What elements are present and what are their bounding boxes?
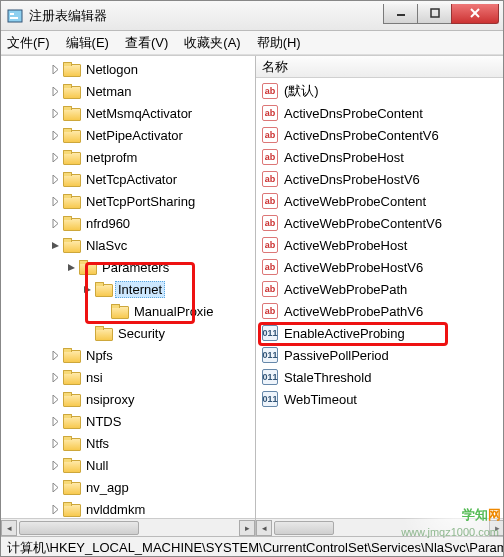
expand-toggle-icon[interactable] — [81, 283, 93, 295]
tree-node[interactable]: nfrd960 — [1, 212, 255, 234]
tree-node[interactable]: nv_agp — [1, 476, 255, 498]
value-row[interactable]: abActiveDnsProbeContentV6 — [256, 124, 504, 146]
tree-node[interactable]: Security — [1, 322, 255, 344]
tree-node-label: ManualProxie — [131, 303, 217, 320]
svg-marker-17 — [84, 286, 91, 293]
menubar: 文件(F) 编辑(E) 查看(V) 收藏夹(A) 帮助(H) — [1, 31, 504, 55]
values-pane: 名称 ab(默认)abActiveDnsProbeContentabActive… — [256, 56, 504, 536]
column-header-name[interactable]: 名称 — [256, 56, 504, 78]
tree-node[interactable]: Ntfs — [1, 432, 255, 454]
expand-toggle-icon[interactable] — [49, 173, 61, 185]
value-row[interactable]: abActiveDnsProbeContent — [256, 102, 504, 124]
value-row[interactable]: abActiveWebProbePath — [256, 278, 504, 300]
menu-help[interactable]: 帮助(H) — [257, 34, 301, 52]
reg-sz-icon: ab — [262, 303, 278, 319]
value-row[interactable]: 011WebTimeout — [256, 388, 504, 410]
tree-view[interactable]: NetlogonNetmanNetMsmqActivatorNetPipeAct… — [1, 56, 255, 518]
tree-node-label: NetTcpActivator — [83, 171, 180, 188]
value-row[interactable]: abActiveDnsProbeHostV6 — [256, 168, 504, 190]
expand-toggle-icon[interactable] — [49, 415, 61, 427]
expand-toggle-icon[interactable] — [49, 129, 61, 141]
tree-node[interactable]: NetPipeActivator — [1, 124, 255, 146]
maximize-button[interactable] — [417, 4, 451, 24]
scroll-right-icon[interactable]: ▸ — [489, 520, 504, 536]
expand-toggle-icon[interactable] — [49, 349, 61, 361]
expand-toggle-icon[interactable] — [49, 151, 61, 163]
tree-node[interactable]: nsi — [1, 366, 255, 388]
folder-icon — [63, 216, 79, 230]
menu-view[interactable]: 查看(V) — [125, 34, 168, 52]
svg-marker-8 — [53, 87, 58, 96]
value-row[interactable]: abActiveDnsProbeHost — [256, 146, 504, 168]
expand-toggle-icon[interactable] — [49, 371, 61, 383]
values-list[interactable]: ab(默认)abActiveDnsProbeContentabActiveDns… — [256, 78, 504, 518]
reg-dword-icon: 011 — [262, 347, 278, 363]
value-row[interactable]: abActiveWebProbeContentV6 — [256, 212, 504, 234]
tree-node[interactable]: nsiproxy — [1, 388, 255, 410]
tree-node[interactable]: NlaSvc — [1, 234, 255, 256]
expand-toggle-icon[interactable] — [49, 459, 61, 471]
tree-node[interactable]: Npfs — [1, 344, 255, 366]
expand-toggle-icon[interactable] — [49, 63, 61, 75]
folder-icon — [63, 414, 79, 428]
minimize-button[interactable] — [383, 4, 417, 24]
value-name: ActiveDnsProbeHostV6 — [284, 172, 420, 187]
tree-node[interactable]: ManualProxie — [1, 300, 255, 322]
expand-toggle-icon[interactable] — [49, 481, 61, 493]
tree-node[interactable]: Netman — [1, 80, 255, 102]
value-row[interactable]: 011EnableActiveProbing — [256, 322, 504, 344]
tree-hscrollbar[interactable]: ◂ ▸ — [1, 518, 255, 536]
folder-icon — [95, 282, 111, 296]
value-name: ActiveWebProbePath — [284, 282, 407, 297]
expand-toggle-icon[interactable] — [49, 503, 61, 515]
tree-node[interactable]: NetTcpActivator — [1, 168, 255, 190]
svg-marker-11 — [53, 153, 58, 162]
titlebar[interactable]: 注册表编辑器 — [1, 1, 504, 31]
folder-icon — [63, 392, 79, 406]
expand-toggle-icon[interactable] — [49, 217, 61, 229]
close-button[interactable] — [451, 4, 499, 24]
expand-toggle-icon[interactable] — [49, 107, 61, 119]
expand-toggle-icon[interactable] — [49, 437, 61, 449]
scroll-left-icon[interactable]: ◂ — [256, 520, 272, 536]
tree-node[interactable]: NTDS — [1, 410, 255, 432]
expand-toggle-icon[interactable] — [49, 195, 61, 207]
value-name: EnableActiveProbing — [284, 326, 405, 341]
tree-node[interactable]: netprofm — [1, 146, 255, 168]
menu-favorites[interactable]: 收藏夹(A) — [184, 34, 240, 52]
value-row[interactable]: abActiveWebProbeContent — [256, 190, 504, 212]
scroll-left-icon[interactable]: ◂ — [1, 520, 17, 536]
tree-node-label: Npfs — [83, 347, 116, 364]
expand-toggle-icon[interactable] — [65, 261, 77, 273]
scroll-right-icon[interactable]: ▸ — [239, 520, 255, 536]
tree-node-label: NetMsmqActivator — [83, 105, 195, 122]
values-hscrollbar[interactable]: ◂ ▸ — [256, 518, 504, 536]
tree-node[interactable]: Parameters — [1, 256, 255, 278]
value-name: ActiveWebProbeHost — [284, 238, 407, 253]
value-row[interactable]: 011StaleThreshold — [256, 366, 504, 388]
value-row[interactable]: abActiveWebProbeHost — [256, 234, 504, 256]
expand-toggle-icon[interactable] — [49, 85, 61, 97]
value-row[interactable]: ab(默认) — [256, 80, 504, 102]
status-path: 计算机\HKEY_LOCAL_MACHINE\SYSTEM\CurrentCon… — [7, 539, 504, 557]
tree-node[interactable]: nvlddmkm — [1, 498, 255, 518]
tree-node-label: Internet — [115, 281, 165, 298]
menu-file[interactable]: 文件(F) — [7, 34, 50, 52]
tree-node[interactable]: NetTcpPortSharing — [1, 190, 255, 212]
tree-node[interactable]: Null — [1, 454, 255, 476]
tree-node[interactable]: Internet — [1, 278, 255, 300]
tree-node[interactable]: NetMsmqActivator — [1, 102, 255, 124]
value-name: StaleThreshold — [284, 370, 371, 385]
expand-toggle-icon[interactable] — [49, 393, 61, 405]
tree-node-label: Null — [83, 457, 111, 474]
value-row[interactable]: abActiveWebProbeHostV6 — [256, 256, 504, 278]
value-name: ActiveDnsProbeContent — [284, 106, 423, 121]
folder-icon — [63, 150, 79, 164]
svg-rect-2 — [10, 17, 18, 19]
expand-toggle-icon[interactable] — [49, 239, 61, 251]
tree-node-label: NTDS — [83, 413, 124, 430]
tree-node[interactable]: Netlogon — [1, 58, 255, 80]
value-row[interactable]: 011PassivePollPeriod — [256, 344, 504, 366]
menu-edit[interactable]: 编辑(E) — [66, 34, 109, 52]
value-row[interactable]: abActiveWebProbePathV6 — [256, 300, 504, 322]
